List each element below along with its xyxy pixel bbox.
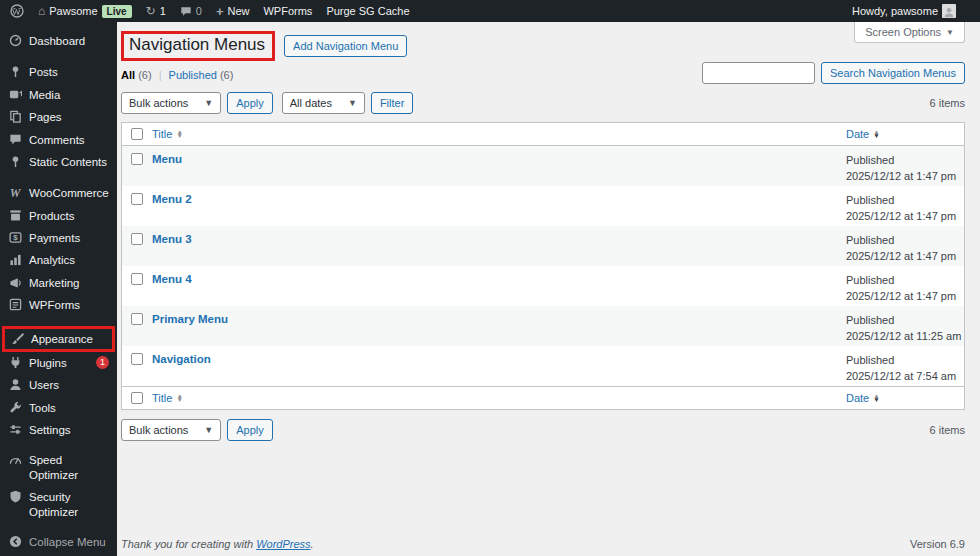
row-checkbox[interactable] bbox=[131, 313, 143, 325]
site-menu[interactable]: ⌂ Pawsome Live bbox=[38, 5, 132, 18]
appearance-annotation-box: Appearance bbox=[2, 326, 115, 352]
sidebar-item-settings[interactable]: Settings bbox=[0, 419, 117, 441]
row-checkbox-cell bbox=[122, 153, 152, 165]
view-all-link[interactable]: All bbox=[121, 69, 135, 81]
menu-title-link[interactable]: Menu 2 bbox=[152, 193, 192, 205]
items-count-top: 6 items bbox=[930, 97, 965, 109]
table-row: Menu 2 Published 2025/12/12 at 1:47 pm bbox=[122, 186, 964, 226]
bulk-actions-select[interactable]: Bulk actions ▼ bbox=[121, 92, 221, 114]
sidebar-item-analytics[interactable]: Analytics bbox=[0, 249, 117, 271]
sort-by-title-link[interactable]: Title ▲▼ bbox=[152, 392, 183, 404]
sidebar-item-plugins[interactable]: Plugins 1 bbox=[0, 352, 117, 374]
sidebar-item-media[interactable]: Media bbox=[0, 84, 117, 106]
sort-arrows-icon: ▲▼ bbox=[176, 130, 182, 139]
sidebar-item-comments[interactable]: Comments bbox=[0, 129, 117, 151]
view-published-link[interactable]: Published bbox=[169, 69, 217, 81]
view-published-count: (6) bbox=[220, 69, 233, 81]
apply-button-bottom[interactable]: Apply bbox=[227, 419, 273, 441]
sidebar-label: WPForms bbox=[29, 298, 109, 312]
purge-cache-bar-item[interactable]: Purge SG Cache bbox=[326, 5, 409, 17]
plugins-update-badge: 1 bbox=[96, 356, 109, 369]
chevron-down-icon: ▼ bbox=[946, 28, 954, 37]
media-icon bbox=[8, 88, 22, 101]
screen-options-toggle[interactable]: Screen Options ▼ bbox=[854, 22, 965, 43]
sidebar-label: Marketing bbox=[29, 276, 109, 290]
plugin-icon bbox=[8, 356, 22, 369]
updates-count: 1 bbox=[160, 5, 166, 17]
footer-period: . bbox=[311, 538, 314, 550]
wpforms-bar-item[interactable]: WPForms bbox=[263, 5, 312, 17]
row-date-cell: Published 2025/12/12 at 1:47 pm bbox=[846, 233, 964, 265]
menu-title-link[interactable]: Primary Menu bbox=[152, 313, 228, 325]
sidebar-item-speed-optimizer[interactable]: Speed Optimizer bbox=[0, 449, 117, 486]
all-dates-select[interactable]: All dates ▼ bbox=[282, 92, 365, 114]
select-all-checkbox[interactable] bbox=[131, 128, 143, 140]
updates-menu[interactable]: ↻ 1 bbox=[146, 5, 166, 17]
bar-chart-icon bbox=[8, 253, 22, 266]
sidebar-item-payments[interactable]: $ Payments bbox=[0, 227, 117, 249]
sort-by-date-link[interactable]: Date ▲▼ bbox=[846, 128, 880, 140]
megaphone-icon bbox=[8, 276, 22, 289]
sidebar-item-tools[interactable]: Tools bbox=[0, 397, 117, 419]
row-date: 2025/12/12 at 11:25 am bbox=[846, 329, 964, 345]
bulk-actions-select-bottom[interactable]: Bulk actions ▼ bbox=[121, 419, 221, 441]
sidebar-item-appearance[interactable]: Appearance bbox=[10, 332, 107, 346]
comments-menu[interactable]: 0 bbox=[180, 5, 202, 17]
header-date-cell: Date ▲▼ bbox=[846, 128, 964, 140]
sidebar-label: Comments bbox=[29, 133, 109, 147]
add-navigation-menu-button[interactable]: Add Navigation Menu bbox=[284, 35, 407, 57]
avatar bbox=[942, 4, 956, 18]
sidebar-label: Pages bbox=[29, 110, 109, 124]
table-footer-row: Title ▲▼ Date ▲▼ bbox=[122, 386, 964, 409]
account-menu[interactable]: Howdy, pawsome bbox=[852, 4, 956, 18]
row-checkbox[interactable] bbox=[131, 153, 143, 165]
sidebar-item-wpforms[interactable]: WPForms bbox=[0, 294, 117, 316]
sidebar-item-woocommerce[interactable]: W WooCommerce bbox=[0, 182, 117, 204]
menu-title-link[interactable]: Menu bbox=[152, 153, 182, 165]
row-checkbox-cell bbox=[122, 193, 152, 205]
menu-title-link[interactable]: Menu 4 bbox=[152, 273, 192, 285]
title-annotation-box: Navigation Menus bbox=[121, 31, 275, 61]
sidebar-label: Static Contents bbox=[29, 155, 109, 169]
bulk-actions-value: Bulk actions bbox=[129, 97, 188, 109]
row-checkbox[interactable] bbox=[131, 193, 143, 205]
apply-button[interactable]: Apply bbox=[227, 92, 273, 114]
sidebar-label: Media bbox=[29, 88, 109, 102]
sort-by-title-link[interactable]: Title ▲▼ bbox=[152, 128, 183, 140]
sidebar-item-dashboard[interactable]: Dashboard bbox=[0, 30, 117, 52]
wrench-icon bbox=[8, 401, 22, 414]
wpforms-bar-label: WPForms bbox=[263, 5, 312, 17]
wordpress-link[interactable]: WordPress bbox=[256, 538, 310, 550]
new-menu[interactable]: + New bbox=[216, 5, 250, 18]
sidebar-item-users[interactable]: Users bbox=[0, 374, 117, 396]
svg-text:$: $ bbox=[13, 233, 18, 242]
row-status: Published bbox=[846, 273, 964, 289]
search-navigation-menus-button[interactable]: Search Navigation Menus bbox=[821, 62, 965, 84]
sort-by-date-link[interactable]: Date ▲▼ bbox=[846, 392, 880, 404]
table-row: Menu 3 Published 2025/12/12 at 1:47 pm bbox=[122, 226, 964, 266]
sidebar-item-static-contents[interactable]: Static Contents bbox=[0, 151, 117, 173]
sliders-icon bbox=[8, 423, 22, 436]
sidebar-item-marketing[interactable]: Marketing bbox=[0, 272, 117, 294]
row-checkbox[interactable] bbox=[131, 273, 143, 285]
wordpress-logo-icon[interactable] bbox=[10, 4, 24, 18]
sidebar-item-posts[interactable]: Posts bbox=[0, 61, 117, 83]
row-status: Published bbox=[846, 313, 964, 329]
select-all-checkbox[interactable] bbox=[131, 392, 143, 404]
row-title-cell: Menu bbox=[152, 153, 846, 165]
menu-title-link[interactable]: Navigation bbox=[152, 353, 211, 365]
sidebar-item-products[interactable]: Products bbox=[0, 205, 117, 227]
sidebar-item-security-optimizer[interactable]: Security Optimizer bbox=[0, 486, 117, 523]
sidebar-item-pages[interactable]: Pages bbox=[0, 106, 117, 128]
filter-button[interactable]: Filter bbox=[371, 92, 413, 114]
row-checkbox[interactable] bbox=[131, 233, 143, 245]
shield-icon bbox=[8, 490, 22, 503]
box-icon bbox=[8, 209, 22, 222]
row-checkbox[interactable] bbox=[131, 353, 143, 365]
sidebar-label: Plugins bbox=[29, 356, 85, 370]
sidebar-item-collapse-menu[interactable]: Collapse Menu bbox=[0, 531, 117, 553]
menu-title-link[interactable]: Menu 3 bbox=[152, 233, 192, 245]
footer-date-cell: Date ▲▼ bbox=[846, 392, 964, 404]
row-checkbox-cell bbox=[122, 353, 152, 365]
search-input[interactable] bbox=[702, 62, 815, 84]
